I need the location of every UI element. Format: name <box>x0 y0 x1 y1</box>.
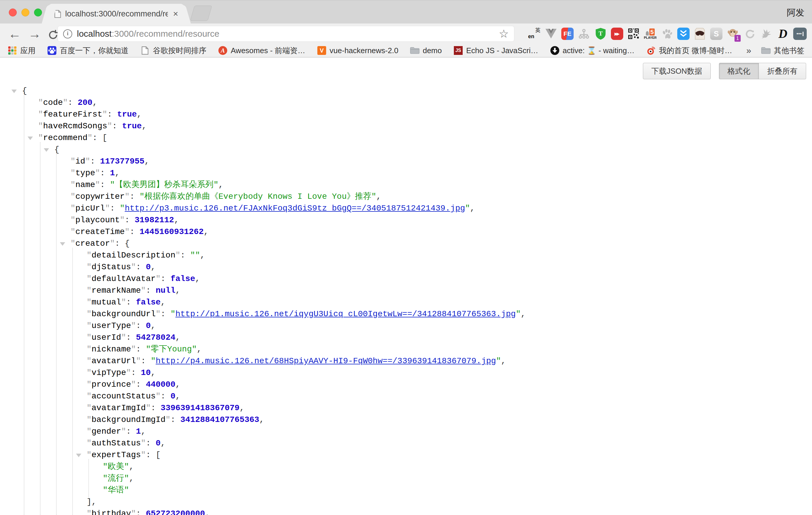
browser-tab[interactable]: localhost:3000/recommend/re × <box>49 4 184 24</box>
json-punctuation: : <box>146 286 156 295</box>
maximize-window-button[interactable] <box>34 8 42 17</box>
collapse-toggle-icon[interactable] <box>44 148 49 152</box>
json-punctuation: : <box>110 204 120 213</box>
json-string: "欧美" <box>103 462 129 471</box>
bookmark-label: 百度一下，你就知道 <box>60 46 128 56</box>
collapse-toggle-icon[interactable] <box>28 137 33 140</box>
json-number: 10 <box>141 368 151 377</box>
reload-button[interactable] <box>48 28 59 44</box>
json-link[interactable]: http://p3.music.126.net/FJAxNkFoq3dGiS9t… <box>125 204 465 213</box>
minimize-window-button[interactable] <box>22 8 29 17</box>
indent-guide <box>40 142 40 515</box>
json-line: "mutual": false, <box>0 296 812 308</box>
tampermonkey-extension-icon[interactable]: 1 <box>726 27 739 40</box>
json-line: { <box>0 85 812 97</box>
down-chevrons-extension-icon[interactable] <box>677 28 690 40</box>
url-text[interactable]: localhost:3000/recommend/resource <box>77 29 219 39</box>
json-line: "avatarImgId": 3396391418367079, <box>0 402 812 414</box>
hummingbird-extension-icon[interactable] <box>760 27 773 40</box>
bookmark-item[interactable]: JSEcho JS - JavaScri… <box>454 46 539 55</box>
json-number: 0 <box>155 439 161 448</box>
json-line: ], <box>0 496 812 508</box>
swirl-extension-icon[interactable] <box>743 27 756 40</box>
other-bookmarks-button[interactable]: 其他书签 <box>761 46 804 56</box>
vue-bookmark-icon: V <box>317 46 326 55</box>
fe-extension-icon[interactable]: FE <box>561 28 574 40</box>
collapse-toggle-icon[interactable] <box>11 90 17 93</box>
json-key: "accountStatus" <box>87 392 161 401</box>
json-punctuation: , <box>197 345 202 354</box>
json-punctuation: { <box>22 86 27 95</box>
window-controls <box>9 8 42 17</box>
new-tab-button[interactable] <box>190 6 212 21</box>
download-json-button[interactable]: 下载JSON数据 <box>643 63 711 79</box>
json-string: "http://p3.music.126.net/FJAxNkFoq3dGiS9… <box>120 204 470 213</box>
bookmark-star-icon[interactable]: ☆ <box>499 28 509 39</box>
json-line: "type": 1, <box>0 167 812 179</box>
indent-guide <box>88 459 89 497</box>
back-button[interactable]: ← <box>8 26 21 42</box>
json-number: 200 <box>78 98 92 107</box>
bookmark-item[interactable]: AAwesomes - 前端资… <box>218 46 305 56</box>
json-punctuation: , <box>129 474 134 483</box>
bookmark-item[interactable]: Vvue-hackernews-2.0 <box>317 46 398 55</box>
extension-badge: 1 <box>734 35 741 42</box>
collapse-toggle-icon[interactable] <box>60 242 65 246</box>
translate-extension-icon[interactable]: en 英 <box>528 27 541 40</box>
qrcode-extension-icon[interactable] <box>627 27 640 40</box>
json-punctuation: : <box>161 310 171 319</box>
profile-name[interactable]: 阿发 <box>787 7 804 19</box>
json-line: "defaultAvatar": false, <box>0 273 812 285</box>
html5-player-extension-icon[interactable]: 5 PLAYER <box>644 27 657 40</box>
bookmarks-bar: 应用百度一下，你就知道谷歌按时间排序AAwesomes - 前端资…Vvue-h… <box>0 44 812 58</box>
json-number: 3396391418367079 <box>161 403 239 412</box>
json-punctuation: , <box>376 192 381 201</box>
json-number: true <box>117 110 137 119</box>
json-string: "根据你喜欢的单曲《Everybody Knows I Love You》推荐" <box>140 192 376 201</box>
shield-t-extension-icon[interactable]: T <box>594 27 607 40</box>
fast-forward-extension-icon[interactable]: ▶▶ <box>611 28 623 40</box>
bookmark-item[interactable]: demo <box>410 46 442 55</box>
json-string: "http://p1.music.126.net/iqygU3Uicq_cL00… <box>171 310 521 319</box>
bookmark-item[interactable]: 百度一下，你就知道 <box>47 46 128 56</box>
address-bar[interactable]: i localhost:3000/recommend/resource ☆ <box>58 26 514 42</box>
bookmark-item[interactable]: 应用 <box>8 46 35 56</box>
browser-menu-icon[interactable]: ⋮ <box>811 27 812 40</box>
tab-title: localhost:3000/recommend/re <box>65 9 168 19</box>
sitemap-extension-icon[interactable] <box>577 27 590 40</box>
browser-toolbar: ← → i localhost:3000/recommend/resource … <box>0 24 812 44</box>
mask-extension-icon[interactable] <box>693 27 706 40</box>
paw-extension-icon[interactable] <box>661 27 673 40</box>
collapse-toggle-icon[interactable] <box>76 454 81 457</box>
weibo-bookmark-icon <box>646 46 656 55</box>
vue-extension-icon[interactable] <box>545 27 557 40</box>
close-window-button[interactable] <box>9 8 17 17</box>
bookmark-item[interactable]: 谷歌按时间排序 <box>140 46 206 56</box>
onetab-extension-icon[interactable]: ••• <box>793 28 807 40</box>
page-content: 下载JSON数据 格式化 折叠所有 {"code": 200,"featureF… <box>0 58 812 514</box>
json-key: "avatarUrl" <box>87 356 141 366</box>
format-button[interactable]: 格式化 <box>719 63 759 79</box>
json-punctuation: : <box>136 321 146 330</box>
json-link[interactable]: http://p4.music.126.net/68HSpiyAAVY-HI9-… <box>155 356 496 366</box>
json-number: 0 <box>171 392 176 401</box>
bookmark-item[interactable]: active: ⌛ - waiting… <box>550 46 635 55</box>
page-info-icon[interactable]: i <box>63 29 72 38</box>
json-number: 652723200000 <box>146 509 205 515</box>
bookmark-item[interactable]: 我的首页 微博-随时… <box>646 46 732 56</box>
bookmarks-overflow-chevron[interactable]: » <box>746 46 751 56</box>
letter-s-extension-icon[interactable]: S <box>710 28 722 40</box>
json-punctuation: , <box>129 462 134 471</box>
json-punctuation: : <box>136 509 146 515</box>
json-string: "http://p4.music.126.net/68HSpiyAAVY-HI9… <box>151 356 501 366</box>
json-key: "djStatus" <box>87 262 136 271</box>
json-key: "userType" <box>87 321 136 330</box>
json-key: "type" <box>70 169 100 178</box>
json-key: "province" <box>87 380 136 389</box>
forward-button[interactable]: → <box>28 26 41 42</box>
json-key: "backgroundUrl" <box>87 310 161 319</box>
json-link[interactable]: http://p1.music.126.net/iqygU3Uicq_cL00I… <box>175 310 516 319</box>
tab-close-icon[interactable]: × <box>173 9 178 19</box>
letter-d-extension-icon[interactable]: D <box>777 27 789 40</box>
collapse-all-button[interactable]: 折叠所有 <box>759 63 806 79</box>
